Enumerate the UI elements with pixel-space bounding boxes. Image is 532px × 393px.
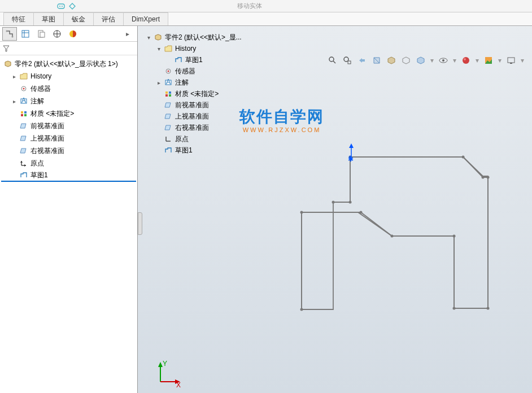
svg-text:✱: ✱ [348,155,354,163]
collapse-icon[interactable]: ▾ [146,34,151,41]
scene-icon[interactable] [483,55,494,66]
svg-point-5 [12,36,14,37]
view-orientation-icon[interactable] [386,55,396,66]
svg-point-16 [23,88,25,90]
plane-icon [19,121,28,130]
tree-item-label: 前视基准面 [30,121,64,131]
float-tree-history[interactable]: ▾ History [143,43,242,54]
svg-point-4 [6,30,8,32]
hide-show-icon[interactable] [416,55,426,66]
material-icon [19,109,28,118]
section-view-icon[interactable] [372,55,382,66]
svg-rect-21 [21,114,23,116]
filter-row[interactable] [0,42,137,55]
tree-item-label: 注解 [30,97,44,106]
svg-point-60 [349,201,352,204]
tree-item-label: 右视基准面 [30,146,64,156]
view-toolbar: ▾ ▾ ▾ ▾ ▾ [328,55,524,66]
ribbon-tab-sheetmetal[interactable]: 钣金 [64,12,94,25]
expand-icon[interactable]: ▸ [11,73,17,80]
expand-icon[interactable]: ▸ [156,80,162,86]
svg-marker-25 [20,161,23,163]
float-tree-root[interactable]: ▾ 零件2 (默认<<默认>_显... [143,32,242,43]
ribbon-tab-features[interactable]: 特征 [3,12,34,25]
tree-item-label: 传感器 [175,67,195,76]
tree-item-label: 原点 [30,159,44,168]
panel-tab-display[interactable] [66,27,80,41]
previous-view-icon[interactable] [357,55,367,66]
ribbon-tab-evaluate[interactable]: 评估 [94,12,124,25]
tree-item-sketch1[interactable]: 草图1 [1,169,136,182]
sketch-icon [174,55,183,64]
tree-item-origin[interactable]: 原点 [1,157,136,169]
float-tree-material[interactable]: 材质 <未指定> [143,88,242,99]
svg-point-53 [487,307,490,310]
tree-item-label: 上视基准面 [175,112,209,121]
panel-tab-dimxpert[interactable] [50,27,64,41]
tree-item-annotations[interactable]: ▸ A 注解 [1,95,136,107]
panel-drag-handle[interactable] [138,212,142,235]
panel-tab-feature-tree[interactable] [2,27,17,41]
tree-item-sensors[interactable]: 传感器 [1,82,136,95]
material-icon [164,89,173,98]
tree-item-label: 材质 <未指定> [30,109,74,119]
render-icon[interactable] [506,55,516,66]
plane-icon [19,134,28,143]
tree-item-material[interactable]: 材质 <未指定> [1,107,136,120]
float-tree-annotations[interactable]: ▸ A 注解 [143,77,242,88]
origin-icon [19,159,28,168]
svg-point-34 [463,57,469,64]
ribbon-tabs: 特征 草图 钣金 评估 DimXpert [0,12,532,26]
svg-rect-10 [40,32,45,37]
svg-point-41 [168,71,169,72]
svg-point-2 [62,6,63,7]
svg-point-54 [453,307,456,310]
tree-item-label: 右视基准面 [175,123,209,133]
float-tree-sketch1[interactable]: 草图1 [143,145,242,156]
svg-point-1 [59,6,60,7]
display-style-icon[interactable] [401,55,411,66]
float-tree-front-plane[interactable]: 前视基准面 [143,99,242,111]
panel-tab-property[interactable] [18,27,33,41]
axis-y-label: Y [163,360,167,368]
float-tree-top-plane[interactable]: 上视基准面 [143,111,242,122]
tree-item-right-plane[interactable]: 右视基准面 [1,145,136,157]
eye-icon[interactable] [438,55,448,66]
panel-tab-config[interactable] [34,27,49,41]
tree-item-label: 传感器 [30,84,51,94]
svg-point-62 [487,176,490,179]
ribbon-tab-sketch[interactable]: 草图 [34,12,64,25]
toolbar-icon-1[interactable] [56,2,66,11]
svg-rect-20 [24,111,27,113]
collapse-icon[interactable]: ▾ [156,46,162,52]
tree-item-history[interactable]: ▸ History [1,70,136,82]
annotation-icon: A [164,78,173,87]
tree-root[interactable]: 零件2 (默认<<默认>_显示状态 1>) [1,58,136,70]
tree-item-label: 注解 [175,78,189,88]
float-tree-right-plane[interactable]: 右视基准面 [143,122,242,133]
svg-marker-3 [69,3,75,9]
panel-tab-expand[interactable]: ▸ [120,27,135,41]
svg-rect-22 [24,114,27,116]
tree-item-label: 草图1 [30,171,48,180]
svg-point-58 [300,211,303,214]
zoom-fit-icon[interactable] [328,55,338,66]
toolbar-icon-2[interactable] [68,2,77,11]
float-tree-sensors[interactable]: 传感器 [143,66,242,77]
floating-feature-tree: ▾ 零件2 (默认<<默认>_显... ▾ History 草图1 传感器 ▸ [142,30,243,157]
appearance-icon[interactable] [461,55,471,66]
svg-text:A: A [21,98,26,104]
float-tree-origin[interactable]: 原点 [143,133,242,145]
ribbon-tab-dimxpert[interactable]: DimXpert [124,12,168,25]
svg-marker-26 [24,164,26,167]
svg-marker-67 [158,362,163,367]
tree-item-front-plane[interactable]: 前视基准面 [1,120,136,132]
graphics-viewport[interactable]: ▾ ▾ ▾ ▾ ▾ ▾ 零件2 (默认<<默认>_显... ▾ History [138,26,532,393]
zoom-area-icon[interactable] [342,55,352,66]
axis-triad: Y X [155,359,183,387]
float-tree-sketch1-nested[interactable]: 草图1 [143,54,242,66]
svg-rect-46 [165,94,168,97]
svg-rect-19 [21,111,23,113]
expand-icon[interactable]: ▸ [11,98,17,104]
tree-item-top-plane[interactable]: 上视基准面 [1,132,136,145]
